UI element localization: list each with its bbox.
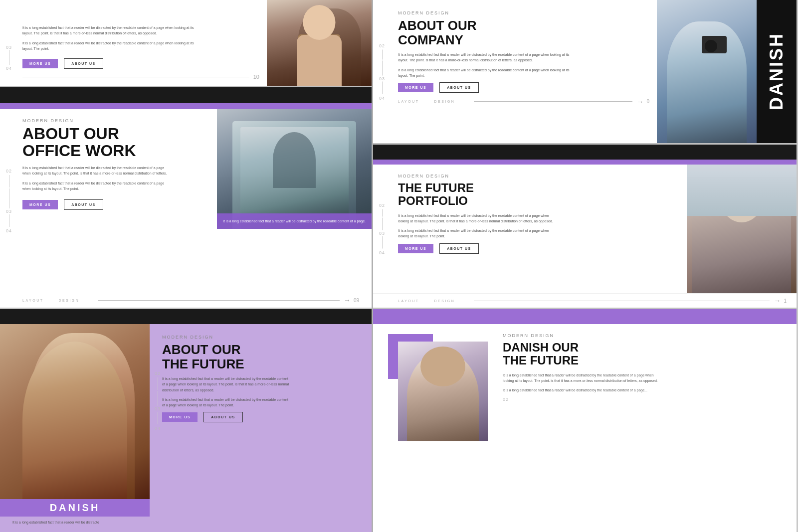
danish-future-body-2: It is a long established fact that a rea…: [503, 387, 662, 393]
purple-black-bar: [0, 309, 372, 324]
page-wrapper: 03 04 It is a long established fact that…: [0, 0, 798, 532]
partial-slide-top: 03 04 It is a long established fact that…: [0, 0, 372, 87]
portfolio-footer-num: 1: [784, 298, 787, 304]
portfolio-num-04: 04: [379, 250, 385, 255]
purple-buttons: MORE US ABOUT US: [162, 412, 362, 422]
featured-body-2: It is a long established fact that a rea…: [22, 180, 172, 191]
danish-future-photo-col: [373, 324, 493, 532]
danish-company-label: MODERN DESIGN: [398, 10, 449, 15]
danish-about-us-button[interactable]: ABOUT US: [439, 82, 479, 93]
partial-slide-nums: 03 04: [6, 45, 12, 71]
portfolio-purple-bar: [373, 160, 797, 165]
purple-photo-col: DANISH: [0, 324, 150, 517]
featured-buttons: MORE US ABOUT US: [22, 199, 209, 210]
danish-company-buttons: MORE US ABOUT US: [398, 82, 649, 93]
purple-nums: 02 03 04: [155, 371, 161, 431]
purple-right: 02 03 04 MODERN DESIGN ABOUT OUR THE FUT…: [150, 324, 372, 517]
partial-person-figure: [267, 0, 372, 86]
portfolio-body-1: It is a long established fact that a rea…: [398, 213, 558, 224]
danish-footer-line: [474, 101, 632, 102]
portfolio-photo: [687, 165, 797, 293]
featured-photo-bg: [217, 109, 372, 229]
partial-body-text-1: It is a long established fact that a rea…: [22, 25, 202, 36]
featured-photo: It is a long established fact that a rea…: [217, 109, 372, 229]
danish-future-num: 02: [503, 397, 789, 402]
purple-body: DANISH 02 03 04 MODERN DESIGN ABOUT OUR: [0, 324, 372, 517]
danish-future-body-1: It is a long established fact that a rea…: [503, 372, 662, 383]
num-04: 04: [6, 66, 12, 71]
purple-body-2: It is a long established fact that a rea…: [162, 397, 292, 408]
featured-num-03: 03: [6, 209, 12, 214]
featured-footer-design: DESIGN: [59, 299, 80, 302]
featured-footer-num: 09: [354, 298, 359, 303]
danish-company-title: ABOUT OUR COMPANY: [398, 18, 649, 47]
num-03: 03: [6, 45, 12, 50]
right-column: 02 03 04 MODERN DESIGN ABOUT OUR COMPANY…: [373, 0, 797, 532]
featured-label: MODERN DESIGN: [22, 118, 209, 123]
portfolio-footer-arrow: →: [774, 297, 781, 305]
purple-photo: [0, 324, 150, 499]
partial-progress: 10: [22, 74, 259, 80]
portfolio-slide: 02 03 04 MODERN DESIGN THE FUTURE PORTFO…: [373, 145, 797, 309]
purple-footer-body: It is a long established fact that a rea…: [12, 520, 359, 525]
featured-num-02: 02: [6, 169, 12, 174]
portfolio-buttons: MORE US ABOUT US: [398, 243, 679, 254]
danish-photo: [657, 0, 757, 143]
danish-footer-layout: LAYOUT: [398, 100, 419, 103]
featured-footer-arrow: →: [344, 296, 351, 304]
purple-body-1: It is a long established fact that a rea…: [162, 376, 292, 393]
featured-more-us-button[interactable]: MORE US: [22, 200, 58, 209]
featured-footer-layout: LAYOUT: [22, 299, 44, 302]
featured-purple-bar: [0, 103, 372, 109]
danish-future-body: MODERN DESIGN DANISH OUR THE FUTURE It i…: [373, 324, 797, 532]
portfolio-more-us-button[interactable]: MORE US: [398, 244, 433, 253]
featured-footer-line: [98, 300, 340, 301]
portfolio-footer-line: [474, 301, 770, 301]
partial-progress-num: 10: [253, 74, 259, 80]
portfolio-about-us-button[interactable]: ABOUT US: [439, 243, 479, 254]
purple-label: MODERN DESIGN: [162, 335, 213, 340]
featured-right: It is a long established fact that a rea…: [217, 109, 372, 293]
featured-body: 02 03 04 MODERN DESIGN ABOUT OUR OFFICE …: [0, 109, 372, 293]
featured-body-1: It is a long established fact that a rea…: [22, 165, 172, 176]
danish-footer-design: DESIGN: [434, 100, 455, 103]
danish-future-slide: MODERN DESIGN DANISH OUR THE FUTURE It i…: [373, 309, 797, 532]
portfolio-black-bar: [373, 145, 797, 160]
featured-black-bar: [0, 87, 372, 103]
featured-num-04: 04: [6, 228, 12, 233]
portfolio-body-2: It is a long established fact that a rea…: [398, 228, 558, 239]
featured-slide: 02 03 04 MODERN DESIGN ABOUT OUR OFFICE …: [0, 87, 372, 309]
portfolio-left: 02 03 04 MODERN DESIGN THE FUTURE PORTFO…: [373, 165, 687, 293]
partial-more-us-button[interactable]: MORE US: [22, 59, 58, 68]
partial-body-text-2: It is a long established fact that a rea…: [22, 40, 202, 51]
partial-about-us-button[interactable]: ABOUT US: [64, 58, 103, 69]
danish-future-title: DANISH OUR THE FUTURE: [503, 341, 789, 367]
purple-num-04: 04: [155, 426, 161, 431]
danish-company-body-2: It is a long established fact that a rea…: [398, 67, 578, 78]
danish-future-num-02: 02: [503, 397, 509, 402]
purple-about-us-button[interactable]: ABOUT US: [203, 412, 243, 422]
danish-photo-area: DANISH: [657, 0, 797, 143]
featured-nums: 02 03 04: [6, 169, 12, 233]
partial-slide-body: 03 04 It is a long established fact that…: [0, 0, 267, 86]
portfolio-person: [687, 165, 797, 293]
purple-more-us-button[interactable]: MORE US: [162, 412, 198, 422]
portfolio-nums: 02 03 04: [379, 203, 385, 255]
danish-more-us-button[interactable]: MORE US: [398, 83, 433, 92]
portfolio-num-03: 03: [379, 231, 385, 236]
portfolio-title: THE FUTURE PORTFOLIO: [398, 181, 679, 208]
danish-vertical-text: DANISH: [766, 32, 787, 110]
portfolio-footer: LAYOUT DESIGN → 1: [373, 293, 797, 308]
purple-num-02: 02: [155, 371, 161, 376]
portfolio-label: MODERN DESIGN: [398, 174, 449, 178]
featured-about-us-button[interactable]: ABOUT US: [64, 199, 103, 210]
danish-future-right: MODERN DESIGN DANISH OUR THE FUTURE It i…: [493, 324, 797, 532]
left-column: 03 04 It is a long established fact that…: [0, 0, 373, 532]
danish-footer-arrow: →: [636, 98, 643, 106]
danish-vertical-block: DANISH: [757, 0, 797, 143]
partial-buttons: MORE US ABOUT US: [22, 58, 259, 69]
purple-slide: DANISH 02 03 04 MODERN DESIGN ABOUT OUR: [0, 309, 372, 532]
purple-title: ABOUT OUR THE FUTURE: [162, 343, 362, 371]
danish-future-purple-bar: [373, 309, 797, 324]
danish-footer: LAYOUT DESIGN → 0: [398, 98, 649, 106]
